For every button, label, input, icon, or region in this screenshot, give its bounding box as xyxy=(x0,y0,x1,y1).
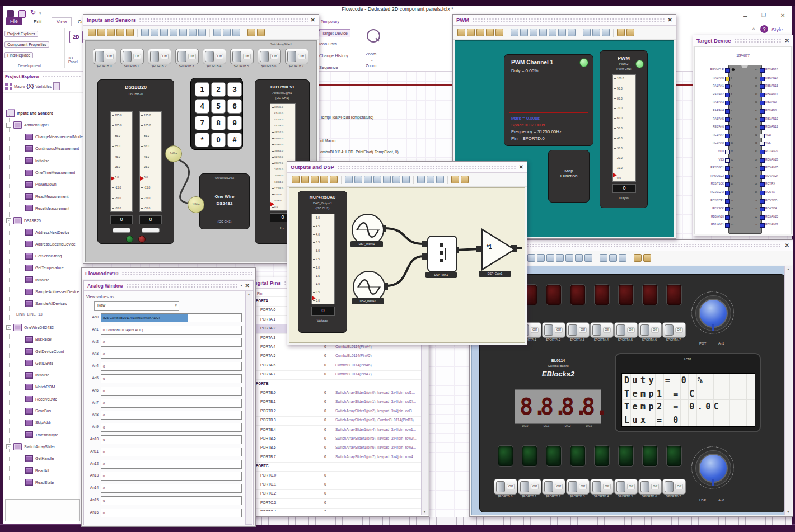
2d-panel-button[interactable]: 2D xyxy=(69,31,83,43)
expander-icon[interactable]: - xyxy=(6,218,11,223)
toolbar-icon[interactable] xyxy=(126,29,134,36)
analog-titlebar[interactable]: Analog Window • ✕ xyxy=(84,281,253,291)
toolbar-icon[interactable] xyxy=(617,29,625,36)
toolbar-icon[interactable] xyxy=(354,176,362,183)
digital-pin-row[interactable]: PORTC.10 xyxy=(250,481,422,490)
analog-value-field[interactable]: 0 xyxy=(101,472,242,481)
tree-macro-item[interactable]: OneTimeMeasurement xyxy=(25,170,75,176)
toolbar-icon[interactable] xyxy=(213,29,221,36)
toolbar-icon[interactable] xyxy=(565,254,573,262)
tab-edit[interactable]: Edit xyxy=(29,18,46,26)
ds18b20-slider[interactable] xyxy=(142,228,160,233)
toolbar-icon[interactable] xyxy=(160,29,168,36)
window-toolbar[interactable] xyxy=(287,173,527,187)
ribbon-button-project-explorer[interactable]: Project Explorer xyxy=(4,31,38,37)
toolbar-icon[interactable] xyxy=(141,29,149,36)
keypad-key-5[interactable]: 5 xyxy=(211,99,226,114)
window-titlebar[interactable]: PWM ✕ xyxy=(453,15,676,26)
tree-macro-item[interactable]: GetIDByte xyxy=(25,360,53,366)
tree-root-item[interactable]: Inputs and Sensors xyxy=(6,110,53,117)
keypad-key-7[interactable]: 7 xyxy=(195,116,209,130)
analog-value-field[interactable]: 0 xyxy=(101,399,242,408)
toolbar-icon[interactable] xyxy=(634,254,642,262)
zoom-label[interactable]: Zoom xyxy=(366,51,376,57)
toolbar-icon[interactable] xyxy=(88,29,96,36)
toolbar-icon[interactable] xyxy=(402,176,410,183)
tree-macro-item[interactable]: GetDeviceCount xyxy=(25,348,64,355)
tree-macro-item[interactable]: SampleAddressedDevice xyxy=(25,289,80,295)
toolbar-icon[interactable] xyxy=(568,29,576,36)
view-values-dropdown[interactable]: Raw ▾ xyxy=(94,301,179,311)
tree-macro-item[interactable]: MatchROM xyxy=(25,384,55,390)
tab-file[interactable]: File xyxy=(6,17,22,25)
portb-switch-1[interactable]: Off xyxy=(518,479,541,495)
toolbar-icon[interactable] xyxy=(320,176,328,183)
toolbar-icon[interactable] xyxy=(247,29,255,36)
analog-value-field[interactable]: 0 xyxy=(101,435,242,444)
toolbar-icon[interactable] xyxy=(592,29,600,36)
input-switch-1[interactable]: Off xyxy=(120,49,144,64)
keypad-key-3[interactable]: 3 xyxy=(227,82,242,97)
ribbon-button-find-replace[interactable]: Find/Replace xyxy=(4,52,33,58)
analog-value-field[interactable]: 0 xyxy=(101,374,242,383)
keypad-key-2[interactable]: 2 xyxy=(211,82,226,97)
ds18b20-block[interactable]: DS18B20DS18B20125.0105.085.065.045.025.0… xyxy=(97,79,174,244)
toolbar-icon[interactable] xyxy=(486,29,494,36)
tree-macro-item[interactable]: ResetMeasurement xyxy=(25,205,69,211)
dsp-canvas[interactable]: MCP47x6DACDAC_Output1(I2C CH1)5.04.54.03… xyxy=(289,187,525,343)
toolbar-icon[interactable] xyxy=(116,29,124,36)
tree-group-ds18b20[interactable]: -DS18B20 xyxy=(6,217,41,224)
keypad-key-0[interactable]: 0 xyxy=(211,133,226,147)
toolbar-icon[interactable] xyxy=(198,29,206,36)
macros-toolbar-label[interactable]: Macro xyxy=(14,84,25,88)
window-titlebar[interactable]: Target Device ✕ xyxy=(693,35,793,46)
close-icon[interactable]: ✕ xyxy=(785,38,789,44)
style-menu[interactable]: Style xyxy=(771,27,783,32)
analog-value-field[interactable]: 825 ComboBL0114(LightSensor ADC) xyxy=(101,313,242,322)
tree-macro-item[interactable]: ReceiveByte xyxy=(25,396,57,402)
window-titlebar[interactable]: Flowcodev10 xyxy=(82,268,255,279)
bus-node-icon[interactable]: 1-Wire xyxy=(188,196,204,213)
tree-macro-item[interactable]: SampleAllDevices xyxy=(25,300,67,307)
portb-switch-3[interactable]: Off xyxy=(566,479,590,495)
tree-group-switcharrayslider[interactable]: -SwitchArraySlider xyxy=(6,443,55,450)
panel-extra-icon[interactable] xyxy=(53,82,60,90)
analog-window[interactable]: Flowcodev10 Analog Window • ✕ View value… xyxy=(81,267,256,527)
pin-icon[interactable]: • xyxy=(241,283,242,288)
input-switch-6[interactable]: Off xyxy=(258,49,281,64)
digital-group-row[interactable]: ▾PORTB xyxy=(250,380,422,389)
window-titlebar[interactable]: Inputs and Sensors ✕ xyxy=(83,15,319,26)
toolbar-icon[interactable] xyxy=(537,254,545,262)
input-switch-4[interactable]: Off xyxy=(203,49,226,64)
tree-group-onewireds2482[interactable]: -OneWireDS2482 xyxy=(6,324,54,331)
toolbar-icon[interactable] xyxy=(602,29,610,36)
scroll-down-icon[interactable]: ▼ xyxy=(422,510,428,514)
tab-view[interactable]: View xyxy=(52,17,72,26)
toolbar-icon[interactable] xyxy=(556,254,564,262)
toolbar-icon[interactable] xyxy=(223,29,231,36)
tree-macro-item[interactable]: ReadMeasurement xyxy=(25,193,69,200)
bus-node-icon[interactable]: 1-Wire xyxy=(165,145,182,162)
analog-value-field[interactable]: 0 ComboBL0114(Pot ADC) xyxy=(101,326,242,335)
pot-knob[interactable] xyxy=(699,299,728,328)
toolbar-icon[interactable] xyxy=(345,176,353,183)
scroll-up-icon[interactable]: ▲ xyxy=(246,293,252,296)
close-icon[interactable]: ✕ xyxy=(785,243,789,248)
toolbar-icon[interactable] xyxy=(383,176,391,183)
input-switch-7[interactable]: Off xyxy=(285,49,308,64)
quick-access-caret-icon[interactable]: ▾ xyxy=(39,11,41,16)
zoom-label-2[interactable]: Zoom xyxy=(366,63,376,68)
onewire-block[interactable]: OneWireDS2482One WireDS2482(I2C CH1) xyxy=(199,173,250,229)
analog-value-field[interactable]: 0 xyxy=(101,460,242,469)
tree-macro-item[interactable]: SkipAddr xyxy=(25,420,51,426)
toolbar-icon[interactable] xyxy=(546,254,554,262)
toolbar-icon[interactable] xyxy=(467,29,475,36)
keypad-key-4[interactable]: 4 xyxy=(195,99,209,114)
analog-value-field[interactable]: 0 xyxy=(101,362,242,371)
tree-macro-item[interactable]: ReadAll xyxy=(25,467,49,474)
close-icon[interactable]: ✕ xyxy=(668,17,672,23)
toolbar-icon[interactable] xyxy=(539,29,547,36)
analog-channel-rows[interactable]: An0825 ComboBL0114(LightSensor ADC)An10 … xyxy=(84,313,244,522)
tree-macro-item[interactable]: GetSerialString xyxy=(25,253,62,260)
ribbon-collapse-icon[interactable]: ^ xyxy=(752,27,755,32)
